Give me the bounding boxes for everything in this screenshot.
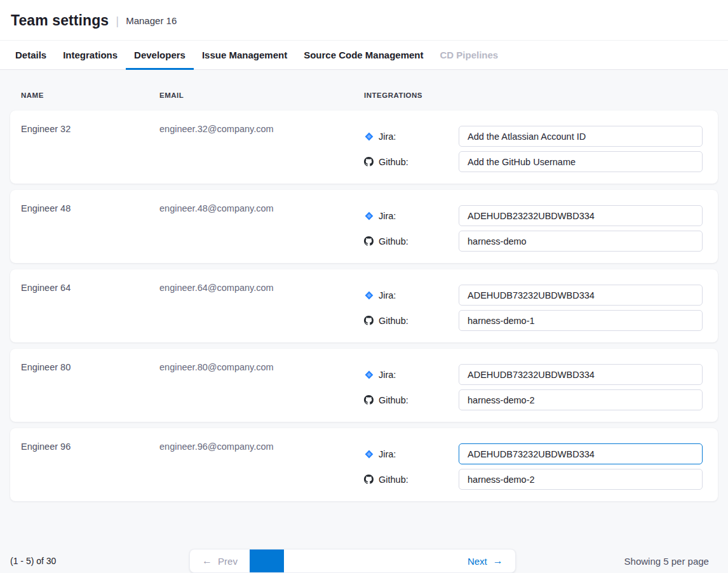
tab-integrations[interactable]: Integrations xyxy=(55,41,126,70)
developer-name: Engineer 64 xyxy=(21,282,159,332)
table-row: Engineer 96 engineer.96@company.com Jira… xyxy=(10,428,718,501)
github-field-label: Github: xyxy=(364,475,459,485)
jira-label-text: Jira: xyxy=(379,131,396,142)
integrations-cell: Jira: Github: xyxy=(364,126,708,173)
github-icon xyxy=(364,475,374,484)
integrations-cell: Jira: Github: xyxy=(364,443,708,491)
tab-developers[interactable]: Developers xyxy=(126,41,194,70)
github-field-label: Github: xyxy=(364,316,459,326)
github-field-label: Github: xyxy=(364,236,459,246)
jira-integration-row: Jira: xyxy=(364,205,708,226)
jira-field-label: Jira: xyxy=(364,131,459,142)
developer-email: engineer.64@company.com xyxy=(159,282,364,332)
integrations-cell: Jira: Github: xyxy=(364,364,708,412)
pagination-bar: (1 - 5) of 30 ← Prev 1 2 3 4 5 6 Next → … xyxy=(0,530,728,573)
table-header-row: NAME EMAIL INTEGRATIONS xyxy=(10,70,718,111)
table-row: Engineer 32 engineer.32@company.com Jira… xyxy=(10,111,718,184)
github-integration-row: Github: xyxy=(364,151,708,172)
per-page-text: Showing 5 per page xyxy=(544,556,709,567)
jira-field-label: Jira: xyxy=(364,449,459,459)
table-row: Engineer 64 engineer.64@company.com Jira… xyxy=(10,269,718,342)
github-field-label: Github: xyxy=(364,395,459,405)
jira-field-label: Jira: xyxy=(364,370,459,380)
github-username-input[interactable] xyxy=(459,151,703,172)
github-username-input[interactable] xyxy=(459,310,703,331)
github-username-input[interactable] xyxy=(459,389,703,410)
jira-integration-row: Jira: xyxy=(364,285,708,306)
developer-name: Engineer 32 xyxy=(21,123,159,173)
column-header-integrations: INTEGRATIONS xyxy=(364,91,707,99)
jira-integration-row: Jira: xyxy=(364,126,708,147)
jira-icon xyxy=(364,449,374,459)
jira-account-id-input[interactable] xyxy=(459,364,703,385)
next-page-button[interactable]: Next → xyxy=(455,549,515,572)
developers-panel: NAME EMAIL INTEGRATIONS Engineer 32 engi… xyxy=(0,70,728,530)
team-settings-page: Team settings | Manager 16 Details Integ… xyxy=(0,0,728,573)
jira-label-text: Jira: xyxy=(379,211,396,221)
github-integration-row: Github: xyxy=(364,389,708,410)
page-button-1[interactable]: 1 xyxy=(250,549,284,573)
jira-icon xyxy=(364,290,374,300)
tab-cd-pipelines: CD Pipelines xyxy=(432,41,507,70)
tab-bar: Details Integrations Developers Issue Ma… xyxy=(0,41,728,70)
jira-integration-row: Jira: xyxy=(364,443,708,464)
github-label-text: Github: xyxy=(379,157,408,167)
jira-account-id-input[interactable] xyxy=(459,126,703,147)
jira-account-id-input[interactable] xyxy=(459,285,703,306)
table-row: Engineer 80 engineer.80@company.com Jira… xyxy=(10,349,718,422)
jira-integration-row: Jira: xyxy=(364,364,708,385)
jira-icon xyxy=(364,131,374,141)
github-username-input[interactable] xyxy=(459,231,703,252)
jira-icon xyxy=(364,370,374,379)
github-label-text: Github: xyxy=(379,475,408,485)
table-row: Engineer 48 engineer.48@company.com Jira… xyxy=(10,190,718,263)
page-title: Team settings xyxy=(11,12,109,29)
github-icon xyxy=(364,395,374,405)
tab-details[interactable]: Details xyxy=(7,41,55,70)
jira-label-text: Jira: xyxy=(379,290,396,300)
integrations-cell: Jira: Github: xyxy=(364,205,708,253)
page-header: Team settings | Manager 16 xyxy=(0,0,728,41)
github-username-input[interactable] xyxy=(459,469,703,490)
jira-label-text: Jira: xyxy=(379,449,396,459)
title-divider: | xyxy=(116,14,119,28)
team-name: Manager 16 xyxy=(126,15,177,26)
pager-button-group: ← Prev 1 2 3 4 5 6 Next → xyxy=(189,549,516,573)
developer-email: engineer.96@company.com xyxy=(159,441,364,491)
jira-account-id-input[interactable] xyxy=(459,443,703,464)
column-header-name: NAME xyxy=(21,91,159,99)
developer-name: Engineer 96 xyxy=(21,441,159,491)
page-button-5[interactable]: 5 xyxy=(387,549,421,573)
github-integration-row: Github: xyxy=(364,231,708,252)
jira-field-label: Jira: xyxy=(364,211,459,221)
developer-name: Engineer 48 xyxy=(21,203,159,253)
github-icon xyxy=(364,157,374,166)
tab-issue-management[interactable]: Issue Management xyxy=(194,41,295,70)
jira-account-id-input[interactable] xyxy=(459,205,703,226)
github-label-text: Github: xyxy=(379,395,408,405)
prev-label: Prev xyxy=(218,556,238,567)
developer-email: engineer.48@company.com xyxy=(159,203,364,253)
prev-page-button[interactable]: ← Prev xyxy=(190,549,250,572)
page-button-6[interactable]: 6 xyxy=(421,549,455,573)
jira-field-label: Jira: xyxy=(364,290,459,300)
developer-name: Engineer 80 xyxy=(21,361,159,412)
github-label-text: Github: xyxy=(379,236,408,246)
page-button-3[interactable]: 3 xyxy=(318,549,353,573)
page-button-2[interactable]: 2 xyxy=(284,549,318,573)
github-icon xyxy=(364,316,374,325)
developer-email: engineer.80@company.com xyxy=(159,361,364,412)
column-header-email: EMAIL xyxy=(159,91,364,99)
github-label-text: Github: xyxy=(379,316,408,326)
right-arrow-icon: → xyxy=(493,556,503,566)
jira-icon xyxy=(364,211,374,220)
next-label: Next xyxy=(468,556,487,567)
github-icon xyxy=(364,236,374,246)
developer-email: engineer.32@company.com xyxy=(159,123,364,173)
github-integration-row: Github: xyxy=(364,310,708,331)
jira-label-text: Jira: xyxy=(379,370,396,380)
github-integration-row: Github: xyxy=(364,469,708,490)
tab-source-code-management[interactable]: Source Code Management xyxy=(295,41,431,70)
page-button-4[interactable]: 4 xyxy=(353,549,387,573)
github-field-label: Github: xyxy=(364,157,459,167)
